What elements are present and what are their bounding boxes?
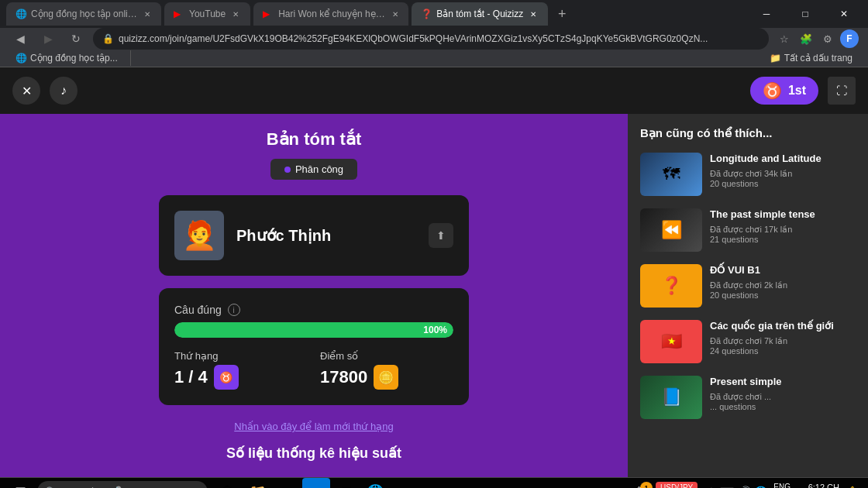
refresh-button[interactable]: ↻ <box>65 28 87 50</box>
page-title: Bản tóm tắt <box>267 129 362 149</box>
minimize-button[interactable]: ─ <box>749 0 784 28</box>
suggestion-thumb-icon-3: 🇻🇳 <box>661 332 682 352</box>
taskbar-app-dell[interactable]: D <box>302 478 330 488</box>
tab-1-icon: 🌐 <box>16 9 26 19</box>
new-tab-button[interactable]: + <box>551 3 573 25</box>
suggestion-thumbnail-4: 📘 <box>640 376 702 419</box>
taskbar-app-mail[interactable]: ✉ <box>273 478 301 488</box>
settings-icon[interactable]: ⚙ <box>818 29 837 48</box>
close-button[interactable]: ✕ <box>826 0 862 28</box>
score-label: Điểm số <box>320 350 453 362</box>
suggestion-thumb-icon-1: ⏪ <box>661 220 682 240</box>
app-music-button[interactable]: ♪ <box>50 77 78 105</box>
rank-zodiac-icon: ♉ <box>763 81 782 100</box>
bookmarks-bar: 🌐 Cộng đồng học tập... 📁 Tất cả dấu tran… <box>0 50 868 67</box>
progress-bar-fill <box>174 322 453 338</box>
suggestion-item-3[interactable]: 🇻🇳 Các quốc gia trên thế giới Đã được ch… <box>640 320 856 363</box>
tab-4-close[interactable]: ✕ <box>528 9 539 19</box>
rank-zodiac-badge: ♉ <box>214 365 239 390</box>
suggestion-thumb-icon-0: 🗺 <box>663 164 680 184</box>
app-content: ✕ ♪ ♉ 1st ⛶ Bản tóm tắt Phân công <box>0 67 868 477</box>
bookmark-icon: 🌐 <box>16 53 27 64</box>
fullscreen-button[interactable]: ⛶ <box>828 77 856 105</box>
tab-2-label: YouTube <box>189 9 226 19</box>
rank-score-row: Thứ hạng 1 / 4 ♉ Điểm số 17800 🪙 <box>174 350 453 390</box>
bookmark-item-congdong[interactable]: 🌐 Cộng đồng học tập... <box>9 50 124 67</box>
refresh-rank-link[interactable]: Nhấn vào đây để làm mới thứ hạng <box>159 421 469 432</box>
taskbar-search-box[interactable]: 🔍 Tìm kiếm 🎤 <box>37 481 208 488</box>
tab-4-label: Bản tóm tắt - Quizizz <box>436 9 523 19</box>
avatar-icon: 🧑‍🦰 <box>182 219 217 252</box>
phan-cong-button[interactable]: Phân công <box>270 159 357 180</box>
tab-4[interactable]: ❓ Bản tóm tắt - Quizizz ✕ <box>412 2 548 26</box>
info-icon[interactable]: i <box>228 304 240 316</box>
suggestion-title-0: Longitude and Latitude <box>710 153 856 166</box>
rank-value-row: 1 / 4 ♉ <box>174 365 308 390</box>
folder-label: Tất cả dấu trang <box>784 53 852 64</box>
tab-2[interactable]: ▶ YouTube ✕ <box>164 2 250 26</box>
suggestion-questions-0: 20 questions <box>710 179 856 188</box>
taskbar-app-files[interactable]: 📁 <box>243 478 271 488</box>
bookmark-folder[interactable]: 📁 Tất cả dấu trang <box>763 50 859 67</box>
suggestion-info-2: ĐỐ VUI B1 Đã được chơi 2k lần 20 questio… <box>710 264 856 300</box>
suggestion-info-0: Longitude and Latitude Đã được chơi 34k … <box>710 153 856 188</box>
profile-icon[interactable]: F <box>840 29 859 48</box>
suggestion-thumbnail-0: 🗺 <box>640 153 702 196</box>
suggestion-played-3: Đã được chơi 7k lần <box>710 336 856 346</box>
suggestion-thumb-icon-4: 📘 <box>661 387 682 407</box>
accuracy-row: Câu đúng i <box>174 304 453 316</box>
taskbar-app-task[interactable]: 🖥 <box>332 478 360 488</box>
suggestion-questions-2: 20 questions <box>710 290 856 300</box>
suggestion-item-1[interactable]: ⏪ The past simple tense Đã được chơi 17k… <box>640 208 856 252</box>
taskbar: ⊞ 🔍 Tìm kiếm 🎤 🌤 📁 ✉ D 🖥 🌐 🛡 1 USD/JPY -… <box>0 477 868 488</box>
tab-2-close[interactable]: ✕ <box>230 9 241 19</box>
url-bar[interactable]: 🔒 quizizz.com/join/game/U2FsdGVkX19OB42%… <box>93 28 769 50</box>
back-button[interactable]: ◀ <box>9 28 31 50</box>
lock-icon: 🔒 <box>102 33 114 44</box>
suggestion-title-2: ĐỐ VUI B1 <box>710 264 856 277</box>
maximize-button[interactable]: □ <box>787 0 823 28</box>
stock-widget[interactable]: USD/JPY -1.02% <box>656 482 698 488</box>
rank-badge: ♉ 1st <box>750 77 818 105</box>
score-box: Điểm số 17800 🪙 <box>320 350 453 390</box>
tab-2-icon: ▶ <box>174 9 184 19</box>
suggestion-info-1: The past simple tense Đã được chơi 17k l… <box>710 208 856 244</box>
app-topbar: ✕ ♪ ♉ 1st ⛶ <box>0 67 868 114</box>
share-button[interactable]: ⬆ <box>429 223 453 248</box>
forward-button[interactable]: ▶ <box>37 28 59 50</box>
suggestion-played-1: Đã được chơi 17k lần <box>710 225 856 235</box>
clock-time: 6:12 CH <box>797 483 839 488</box>
tab-1[interactable]: 🌐 Cộng đồng học tập online | Ho... ✕ <box>6 2 161 26</box>
phan-cong-dot-icon <box>284 167 291 173</box>
rank-text: 1st <box>788 84 806 98</box>
rank-label: Thứ hạng <box>174 350 308 362</box>
suggestions-title: Bạn cũng có thể thích... <box>640 126 856 140</box>
taskbar-app-chrome[interactable]: 🌐 <box>361 478 389 488</box>
main-layout: Bản tóm tắt Phân công 🧑‍🦰 Phước Thịnh ⬆ <box>0 114 868 477</box>
accuracy-progress-bar: 100% <box>174 322 453 338</box>
tab-3[interactable]: ▶ Hari Won kể chuyện hẹn hò vớ... ✕ <box>253 2 408 26</box>
taskbar-app-widgets[interactable]: 🌤 <box>214 478 242 488</box>
extensions-icon[interactable]: 🧩 <box>797 29 815 48</box>
suggestion-played-4: Đã được chơi ... <box>710 392 856 402</box>
tab-1-close[interactable]: ✕ <box>143 9 152 19</box>
suggestion-thumb-icon-2: ❓ <box>661 276 682 296</box>
suggestion-item-2[interactable]: ❓ ĐỐ VUI B1 Đã được chơi 2k lần 20 quest… <box>640 264 856 308</box>
suggestion-title-3: Các quốc gia trên thế giới <box>710 320 856 333</box>
suggestion-item-0[interactable]: 🗺 Longitude and Latitude Đã được chơi 34… <box>640 153 856 196</box>
suggestion-questions-3: 24 questions <box>710 346 856 356</box>
suggestion-played-2: Đã được chơi 2k lần <box>710 280 856 290</box>
suggestion-item-4[interactable]: 📘 Present simple Đã được chơi ... ... qu… <box>640 376 856 419</box>
player-card: 🧑‍🦰 Phước Thịnh ⬆ <box>159 195 469 276</box>
window-controls: ─ □ ✕ <box>749 0 862 28</box>
tab-1-label: Cộng đồng học tập online | Ho... <box>31 9 139 19</box>
taskbar-clock[interactable]: 6:12 CH 07/03/2024 <box>797 483 839 488</box>
score-value-row: 17800 🪙 <box>320 365 453 390</box>
app-close-button[interactable]: ✕ <box>12 77 40 105</box>
phan-cong-label: Phân công <box>295 163 343 175</box>
suggestion-title-1: The past simple tense <box>710 208 856 222</box>
suggestion-thumbnail-3: 🇻🇳 <box>640 320 702 363</box>
bookmark-star-icon[interactable]: ☆ <box>775 29 794 48</box>
tab-3-close[interactable]: ✕ <box>391 9 399 19</box>
start-button[interactable]: ⊞ <box>6 478 34 488</box>
